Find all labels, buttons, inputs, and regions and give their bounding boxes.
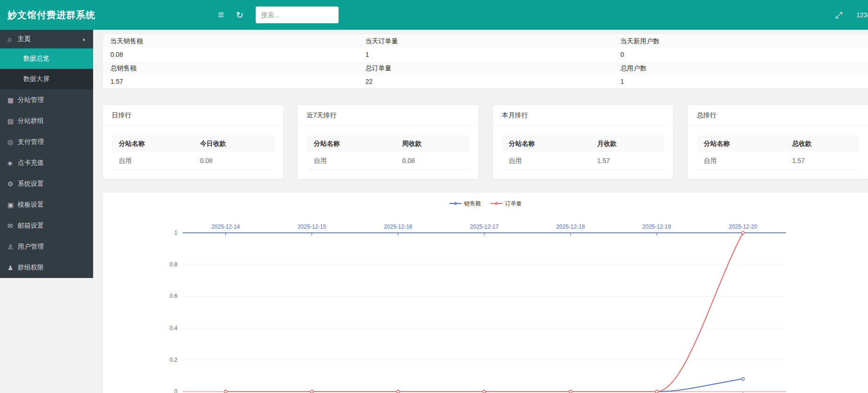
svg-text:0.8: 0.8 — [170, 261, 177, 268]
svg-text:2025-12-19: 2025-12-19 — [643, 224, 671, 230]
stats-panel: 当天销售额 当天订单量 当天新用户数 0.08 1 0 总销售额 总订单量 总用… — [103, 34, 868, 88]
sidebar-item-label: 系统设置 — [18, 180, 44, 188]
search-input[interactable] — [256, 7, 339, 23]
rank-card-daily: 日排行 分站名称 今日收款 自用 0.08 — [103, 105, 283, 179]
main-content: 当天销售额 当天订单量 当天新用户数 0.08 1 0 总销售额 总订单量 总用… — [93, 30, 868, 393]
rank-card-month: 本月排行 分站名称 月收款 自用 1.57 — [493, 105, 673, 179]
sidebar-item-template-settings[interactable]: ▣ 模板设置 — [0, 194, 93, 215]
card-icon: ◈ — [7, 159, 18, 167]
stat-label-today-new-users: 当天新用户数 — [613, 34, 868, 48]
rank-col-amount: 总收款 — [785, 135, 859, 152]
svg-text:0.4: 0.4 — [170, 325, 177, 332]
gear-icon: ⚙ — [7, 180, 18, 188]
mail-icon: ✉ — [7, 222, 18, 230]
sidebar-item-label: 主页 — [18, 35, 31, 43]
sidebar-item-card-recharge[interactable]: ◈ 点卡充值 — [0, 152, 93, 173]
sidebar-item-label: 模板设置 — [18, 201, 44, 209]
rank-table-header: 分站名称 总收款 — [697, 135, 859, 152]
svg-text:0.2: 0.2 — [170, 357, 177, 363]
sidebar-item-site-group[interactable]: ▤ 分站群组 — [0, 110, 93, 131]
sidebar-item-mail-settings[interactable]: ✉ 邮箱设置 — [0, 215, 93, 236]
svg-text:2025-12-16: 2025-12-16 — [384, 224, 413, 230]
sidebar-item-label: 分站管理 — [18, 96, 44, 104]
rank-card-title: 近7天排行 — [298, 105, 478, 126]
legend-label: 订单量 — [505, 200, 522, 208]
legend-item-sales[interactable]: 销售额 — [449, 200, 481, 208]
legend-label: 销售额 — [464, 200, 481, 208]
menu-toggle-icon[interactable]: ≡ — [218, 10, 224, 20]
sidebar-item-label: 点卡充值 — [18, 159, 44, 167]
stat-label-total-orders: 总订单量 — [358, 61, 613, 75]
rank-col-site: 分站名称 — [697, 135, 785, 152]
sidebar-item-data-screen[interactable]: 数据大屏 — [0, 69, 93, 89]
header: 妙文馆付费进群系统 ≡ ↻ ⤢ 12345 — [0, 0, 868, 30]
stat-value-today-new-users: 0 — [613, 48, 868, 61]
sidebar-item-label: 数据大屏 — [23, 75, 49, 83]
sidebar-item-home[interactable]: ⌂ 主页 ▲ — [0, 30, 93, 48]
sidebar: ⌂ 主页 ▲ 数据总览 数据大屏 ▦ 分站管理 ▤ 分站群组 ◎ 支付管理 ◈ … — [0, 30, 93, 278]
rank-table-header: 分站名称 月收款 — [502, 135, 665, 152]
sidebar-item-label: 群组权限 — [18, 264, 44, 272]
rank-card-title: 总排行 — [688, 105, 868, 126]
ranking-cards: 日排行 分站名称 今日收款 自用 0.08 近7天排行 — [103, 105, 868, 179]
svg-text:2025-12-17: 2025-12-17 — [470, 224, 499, 230]
rank-card-week: 近7天排行 分站名称 周收款 自用 0.08 — [298, 105, 478, 179]
username[interactable]: 12345 — [856, 11, 868, 19]
users-icon: ♟ — [7, 264, 18, 271]
app-title: 妙文馆付费进群系统 — [0, 9, 93, 21]
legend-line-icon — [490, 203, 502, 204]
stat-value-today-orders: 1 — [358, 48, 613, 61]
rank-site-name: 自用 — [502, 152, 590, 170]
refresh-icon[interactable]: ↻ — [236, 11, 244, 20]
sidebar-item-site-manage[interactable]: ▦ 分站管理 — [0, 89, 93, 110]
sidebar-item-system-settings[interactable]: ⚙ 系统设置 — [0, 173, 93, 194]
table-row: 自用 0.08 — [112, 152, 274, 170]
svg-text:2025-12-18: 2025-12-18 — [556, 224, 585, 230]
sidebar-submenu: 数据总览 数据大屏 — [0, 48, 93, 89]
sidebar-item-user-manage[interactable]: ♙ 用户管理 — [0, 236, 93, 257]
svg-text:0: 0 — [174, 388, 177, 393]
home-icon: ⌂ — [7, 35, 18, 43]
fullscreen-icon[interactable]: ⤢ — [835, 11, 842, 20]
grid-icon: ▦ — [7, 96, 18, 104]
legend-line-icon — [449, 203, 461, 204]
rank-site-name: 自用 — [112, 152, 193, 170]
rank-amount: 1.57 — [785, 152, 859, 170]
rank-amount: 0.08 — [193, 152, 274, 170]
stat-value-today-sales: 0.08 — [103, 48, 358, 61]
chart-legend: 销售额 订单量 — [103, 199, 868, 208]
sidebar-item-label: 支付管理 — [18, 138, 44, 146]
sidebar-item-payment[interactable]: ◎ 支付管理 — [0, 131, 93, 152]
rank-amount: 1.57 — [590, 152, 664, 170]
svg-text:2025-12-15: 2025-12-15 — [298, 224, 326, 230]
stat-value-total-orders: 22 — [358, 75, 613, 88]
sidebar-item-label: 数据总览 — [23, 54, 49, 63]
sidebar-item-label: 用户管理 — [18, 243, 44, 251]
list-icon: ▤ — [7, 117, 18, 125]
rank-card-title: 本月排行 — [493, 105, 673, 126]
rank-card-title: 日排行 — [103, 105, 283, 126]
rank-col-site: 分站名称 — [502, 135, 590, 152]
legend-item-orders[interactable]: 订单量 — [490, 200, 522, 208]
table-row: 自用 1.57 — [697, 152, 859, 170]
rank-site-name: 自用 — [697, 152, 785, 170]
rank-col-amount: 周收款 — [395, 135, 469, 152]
table-row: 自用 0.08 — [307, 152, 469, 170]
sidebar-item-label: 分站群组 — [18, 117, 44, 125]
svg-text:0.6: 0.6 — [170, 293, 177, 299]
table-row: 自用 1.57 — [502, 152, 665, 170]
stat-value-total-sales: 1.57 — [103, 75, 358, 88]
rank-table-header: 分站名称 今日收款 — [112, 135, 274, 152]
line-chart: 00.20.40.60.812025-12-142025-12-152025-1… — [103, 210, 868, 393]
sidebar-item-group-permission[interactable]: ♟ 群组权限 — [0, 257, 93, 278]
rank-amount: 0.08 — [395, 152, 469, 170]
rank-card-total: 总排行 分站名称 总收款 自用 1.57 — [688, 105, 868, 179]
sidebar-item-data-overview[interactable]: 数据总览 — [0, 48, 93, 69]
sales-chart-card: 销售额 订单量 00.20.40.60.812025-12-142025-12-… — [103, 193, 868, 393]
payment-icon: ◎ — [7, 138, 18, 146]
stat-label-today-sales: 当天销售额 — [103, 34, 358, 48]
stat-label-today-orders: 当天订单量 — [358, 34, 613, 48]
rank-site-name: 自用 — [307, 152, 395, 170]
rank-col-site: 分站名称 — [307, 135, 395, 152]
stat-label-total-sales: 总销售额 — [103, 61, 358, 75]
